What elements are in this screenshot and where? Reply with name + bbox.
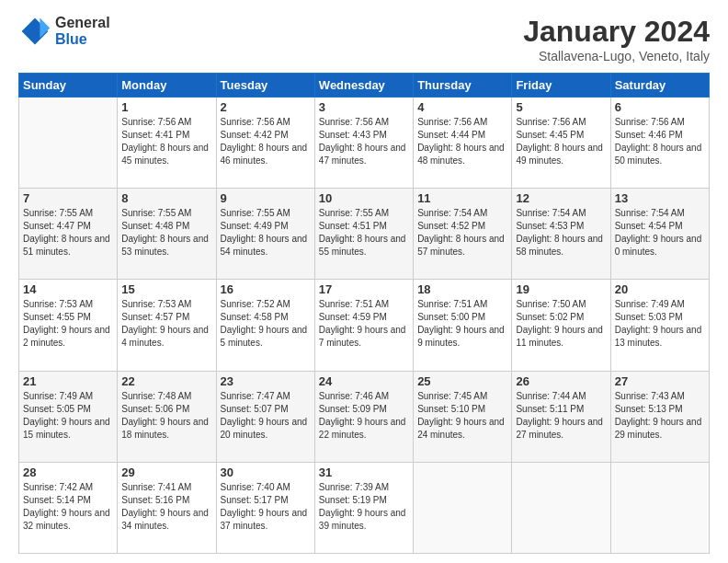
day-info: Sunrise: 7:45 AMSunset: 5:10 PMDaylight:… bbox=[417, 390, 507, 442]
day-number: 15 bbox=[121, 282, 211, 296]
day-info: Sunrise: 7:56 AMSunset: 4:44 PMDaylight:… bbox=[417, 116, 507, 167]
header: General Blue January 2024 Stallavena-Lug… bbox=[18, 15, 710, 63]
day-info: Sunrise: 7:52 AMSunset: 4:58 PMDaylight:… bbox=[221, 298, 311, 350]
col-monday: Monday bbox=[118, 74, 216, 98]
day-info: Sunrise: 7:40 AMSunset: 5:17 PMDaylight:… bbox=[221, 481, 311, 533]
calendar-header-row: Sunday Monday Tuesday Wednesday Thursday… bbox=[19, 74, 710, 98]
table-row: 18 Sunrise: 7:51 AMSunset: 5:00 PMDaylig… bbox=[414, 280, 512, 371]
day-info: Sunrise: 7:50 AMSunset: 5:02 PMDaylight:… bbox=[516, 298, 606, 350]
table-row: 17 Sunrise: 7:51 AMSunset: 4:59 PMDaylig… bbox=[314, 280, 413, 371]
table-row: 15 Sunrise: 7:53 AMSunset: 4:57 PMDaylig… bbox=[118, 280, 216, 371]
day-number: 19 bbox=[516, 282, 606, 296]
day-info: Sunrise: 7:43 AMSunset: 5:13 PMDaylight:… bbox=[615, 390, 705, 442]
calendar-week-row: 21 Sunrise: 7:49 AMSunset: 5:05 PMDaylig… bbox=[19, 371, 710, 462]
day-number: 21 bbox=[23, 374, 113, 388]
table-row: 11 Sunrise: 7:54 AMSunset: 4:52 PMDaylig… bbox=[414, 189, 512, 280]
logo-icon bbox=[18, 15, 51, 48]
day-info: Sunrise: 7:54 AMSunset: 4:53 PMDaylight:… bbox=[516, 207, 606, 259]
day-info: Sunrise: 7:54 AMSunset: 4:54 PMDaylight:… bbox=[615, 207, 705, 259]
day-info: Sunrise: 7:47 AMSunset: 5:07 PMDaylight:… bbox=[221, 390, 311, 442]
day-number: 7 bbox=[23, 191, 113, 205]
day-number: 5 bbox=[516, 100, 606, 114]
table-row: 2 Sunrise: 7:56 AMSunset: 4:42 PMDayligh… bbox=[216, 98, 314, 189]
day-info: Sunrise: 7:55 AMSunset: 4:51 PMDaylight:… bbox=[319, 207, 409, 259]
title-section: January 2024 Stallavena-Lugo, Veneto, It… bbox=[523, 15, 710, 63]
day-info: Sunrise: 7:56 AMSunset: 4:43 PMDaylight:… bbox=[319, 116, 409, 167]
day-info: Sunrise: 7:44 AMSunset: 5:11 PMDaylight:… bbox=[516, 390, 606, 442]
day-number: 25 bbox=[417, 374, 507, 388]
day-info: Sunrise: 7:46 AMSunset: 5:09 PMDaylight:… bbox=[319, 390, 409, 442]
day-info: Sunrise: 7:55 AMSunset: 4:47 PMDaylight:… bbox=[23, 207, 113, 259]
day-info: Sunrise: 7:53 AMSunset: 4:55 PMDaylight:… bbox=[23, 298, 113, 350]
table-row: 16 Sunrise: 7:52 AMSunset: 4:58 PMDaylig… bbox=[216, 280, 314, 371]
logo-general-text: General bbox=[55, 15, 110, 31]
table-row: 12 Sunrise: 7:54 AMSunset: 4:53 PMDaylig… bbox=[512, 189, 610, 280]
day-number: 30 bbox=[221, 465, 311, 479]
table-row: 4 Sunrise: 7:56 AMSunset: 4:44 PMDayligh… bbox=[414, 98, 512, 189]
table-row: 22 Sunrise: 7:48 AMSunset: 5:06 PMDaylig… bbox=[118, 371, 216, 462]
calendar-week-row: 7 Sunrise: 7:55 AMSunset: 4:47 PMDayligh… bbox=[19, 189, 710, 280]
day-number: 16 bbox=[221, 282, 311, 296]
table-row: 3 Sunrise: 7:56 AMSunset: 4:43 PMDayligh… bbox=[314, 98, 413, 189]
calendar-table: Sunday Monday Tuesday Wednesday Thursday… bbox=[18, 73, 710, 554]
table-row: 31 Sunrise: 7:39 AMSunset: 5:19 PMDaylig… bbox=[314, 462, 413, 553]
day-number: 3 bbox=[319, 100, 409, 114]
day-number: 31 bbox=[319, 465, 409, 479]
day-number: 18 bbox=[417, 282, 507, 296]
day-info: Sunrise: 7:51 AMSunset: 4:59 PMDaylight:… bbox=[319, 298, 409, 350]
table-row: 26 Sunrise: 7:44 AMSunset: 5:11 PMDaylig… bbox=[512, 371, 610, 462]
table-row: 27 Sunrise: 7:43 AMSunset: 5:13 PMDaylig… bbox=[610, 371, 709, 462]
logo: General Blue bbox=[18, 15, 110, 48]
table-row: 14 Sunrise: 7:53 AMSunset: 4:55 PMDaylig… bbox=[19, 280, 118, 371]
day-number: 6 bbox=[615, 100, 705, 114]
day-number: 24 bbox=[319, 374, 409, 388]
table-row bbox=[512, 462, 610, 553]
day-number: 13 bbox=[615, 191, 705, 205]
page-title: January 2024 bbox=[523, 15, 710, 49]
day-number: 11 bbox=[417, 191, 507, 205]
calendar-week-row: 28 Sunrise: 7:42 AMSunset: 5:14 PMDaylig… bbox=[19, 462, 710, 553]
table-row: 30 Sunrise: 7:40 AMSunset: 5:17 PMDaylig… bbox=[216, 462, 314, 553]
svg-marker-1 bbox=[40, 18, 50, 39]
day-info: Sunrise: 7:48 AMSunset: 5:06 PMDaylight:… bbox=[121, 390, 211, 442]
table-row: 29 Sunrise: 7:41 AMSunset: 5:16 PMDaylig… bbox=[118, 462, 216, 553]
day-info: Sunrise: 7:53 AMSunset: 4:57 PMDaylight:… bbox=[121, 298, 211, 350]
logo-blue-text: Blue bbox=[55, 31, 110, 48]
col-tuesday: Tuesday bbox=[216, 74, 314, 98]
day-info: Sunrise: 7:55 AMSunset: 4:48 PMDaylight:… bbox=[121, 207, 211, 259]
day-number: 26 bbox=[516, 374, 606, 388]
day-number: 17 bbox=[319, 282, 409, 296]
day-info: Sunrise: 7:49 AMSunset: 5:03 PMDaylight:… bbox=[615, 298, 705, 350]
day-number: 14 bbox=[23, 282, 113, 296]
day-number: 20 bbox=[615, 282, 705, 296]
day-number: 22 bbox=[121, 374, 211, 388]
day-number: 10 bbox=[319, 191, 409, 205]
day-info: Sunrise: 7:56 AMSunset: 4:45 PMDaylight:… bbox=[516, 116, 606, 167]
day-number: 27 bbox=[615, 374, 705, 388]
day-number: 9 bbox=[221, 191, 311, 205]
logo-text: General Blue bbox=[55, 15, 110, 47]
day-number: 1 bbox=[121, 100, 211, 114]
day-info: Sunrise: 7:41 AMSunset: 5:16 PMDaylight:… bbox=[121, 481, 211, 533]
day-info: Sunrise: 7:54 AMSunset: 4:52 PMDaylight:… bbox=[417, 207, 507, 259]
day-number: 29 bbox=[121, 465, 211, 479]
page-subtitle: Stallavena-Lugo, Veneto, Italy bbox=[523, 49, 710, 63]
calendar-week-row: 1 Sunrise: 7:56 AMSunset: 4:41 PMDayligh… bbox=[19, 98, 710, 189]
table-row bbox=[610, 462, 709, 553]
col-saturday: Saturday bbox=[610, 74, 709, 98]
table-row: 10 Sunrise: 7:55 AMSunset: 4:51 PMDaylig… bbox=[314, 189, 413, 280]
table-row: 28 Sunrise: 7:42 AMSunset: 5:14 PMDaylig… bbox=[19, 462, 118, 553]
table-row: 24 Sunrise: 7:46 AMSunset: 5:09 PMDaylig… bbox=[314, 371, 413, 462]
day-number: 2 bbox=[221, 100, 311, 114]
col-friday: Friday bbox=[512, 74, 610, 98]
table-row: 23 Sunrise: 7:47 AMSunset: 5:07 PMDaylig… bbox=[216, 371, 314, 462]
day-info: Sunrise: 7:56 AMSunset: 4:41 PMDaylight:… bbox=[121, 116, 211, 167]
table-row: 1 Sunrise: 7:56 AMSunset: 4:41 PMDayligh… bbox=[118, 98, 216, 189]
day-info: Sunrise: 7:42 AMSunset: 5:14 PMDaylight:… bbox=[23, 481, 113, 533]
page: General Blue January 2024 Stallavena-Lug… bbox=[0, 0, 728, 563]
day-number: 4 bbox=[417, 100, 507, 114]
table-row: 5 Sunrise: 7:56 AMSunset: 4:45 PMDayligh… bbox=[512, 98, 610, 189]
col-thursday: Thursday bbox=[414, 74, 512, 98]
table-row: 6 Sunrise: 7:56 AMSunset: 4:46 PMDayligh… bbox=[610, 98, 709, 189]
day-info: Sunrise: 7:51 AMSunset: 5:00 PMDaylight:… bbox=[417, 298, 507, 350]
